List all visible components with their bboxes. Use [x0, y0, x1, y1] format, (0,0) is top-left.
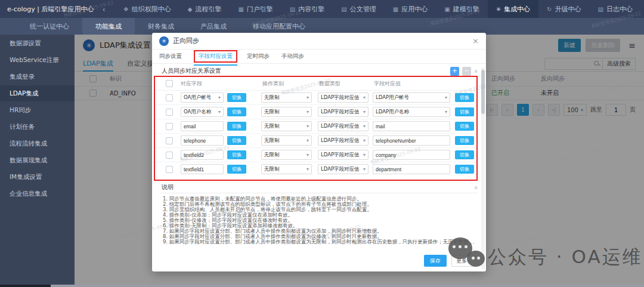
sidebar-item-enterprise-info[interactable]: 企业信息集成: [0, 186, 75, 202]
row-checkbox[interactable]: [166, 152, 173, 159]
dialog-title: 正向同步: [173, 36, 199, 45]
operation-select[interactable]: 无限制: [261, 164, 312, 174]
nav-item-system[interactable]: ▤系统›: [641, 0, 644, 18]
operation-select[interactable]: 无限制: [261, 107, 312, 117]
notes-title: 说明: [162, 183, 174, 192]
sidebar-item-webservice[interactable]: WebService注册: [0, 52, 75, 68]
sidebar-item-workflow-integration[interactable]: 流程流转集成: [0, 135, 75, 152]
operation-select[interactable]: 无限制: [261, 135, 312, 146]
value-input[interactable]: [373, 150, 450, 160]
switch-button[interactable]: 切换: [455, 136, 474, 145]
row-checkbox[interactable]: [166, 109, 173, 116]
switch-button[interactable]: 切换: [227, 165, 246, 174]
more-button[interactable]: 更多: [451, 255, 476, 267]
collapse-chevron-icon[interactable]: [472, 69, 479, 73]
flow-icon: ◆: [188, 6, 193, 13]
mapping-row: 切换 无限制 LDAP字段对应值 切换: [155, 162, 476, 176]
shield-icon: ❖: [123, 6, 129, 13]
switch-button[interactable]: 切换: [455, 93, 474, 102]
sidebar-item-datasource[interactable]: 数据源设置: [0, 35, 75, 51]
data-type-select[interactable]: LDAP字段对应值: [318, 92, 369, 103]
field-select[interactable]: OA用户帐号: [181, 92, 224, 103]
switch-button[interactable]: 切换: [455, 107, 474, 116]
log-icon: ▤: [597, 6, 603, 13]
save-button[interactable]: 保存: [424, 255, 447, 267]
nav-item-upgrade[interactable]: ↻升级中心: [538, 0, 589, 18]
switch-button[interactable]: 切换: [227, 150, 246, 159]
switch-button[interactable]: 切换: [227, 136, 246, 145]
select-all-checkbox[interactable]: [166, 80, 173, 87]
switch-button[interactable]: 切换: [227, 122, 246, 131]
brand-title: e-cology | 后端引擎应用中心: [7, 5, 94, 14]
field-input[interactable]: [181, 135, 224, 146]
remove-row-button[interactable]: −: [462, 67, 471, 76]
close-icon[interactable]: [472, 37, 479, 45]
value-input[interactable]: [373, 121, 450, 131]
dialog-tab-manual-sync[interactable]: 手动同步: [281, 53, 304, 60]
switch-button[interactable]: 切换: [455, 122, 474, 131]
field-input[interactable]: [181, 164, 224, 174]
switch-button[interactable]: 切换: [455, 150, 474, 159]
switch-button[interactable]: 切换: [227, 107, 246, 116]
subnav-item-product-integration[interactable]: 产品集成: [187, 18, 240, 35]
add-row-button[interactable]: +: [450, 67, 459, 76]
nav-item-org-permission[interactable]: ❖组织权限中心: [115, 0, 179, 18]
value-input[interactable]: [373, 135, 450, 146]
sidebar-item-data-display[interactable]: 数据展现集成: [0, 152, 75, 168]
note-line: 8. 如果同步字段对应设置分部、部门或者人员中操作类别都设置为仅修改，则同步时只…: [163, 234, 474, 239]
sidebar-item-scheduled-tasks[interactable]: 计划任务: [0, 119, 75, 135]
dialog-tab-sync-settings[interactable]: 同步设置: [159, 53, 182, 60]
data-type-select[interactable]: LDAP字段对应值: [318, 135, 369, 146]
operation-select[interactable]: 无限制: [261, 92, 312, 103]
subnav-item-unified-auth[interactable]: 统一认证中心: [17, 18, 82, 35]
field-input[interactable]: [181, 121, 224, 131]
value-select[interactable]: LDAP用户名称: [373, 107, 450, 117]
collapse-chevron-icon[interactable]: [472, 186, 479, 189]
mapping-row: OA用户名称 切换 无限制 LDAP字段对应值 LDAP用户名称 切换: [155, 104, 476, 119]
horizontal-scrollbar[interactable]: [0, 285, 644, 287]
data-type-select[interactable]: LDAP字段对应值: [318, 164, 369, 174]
sidebar-item-hr-sync[interactable]: HR同步: [0, 102, 75, 118]
subnav-item-mobile-config[interactable]: 移动应用配置中心: [240, 18, 318, 35]
data-type-select[interactable]: LDAP字段对应值: [318, 121, 369, 131]
document-icon: ▤: [290, 6, 295, 13]
note-line: 3. 同步至组织结构、人员都未开启的节点，将停止该节点的同步，跳转至下一同步节点…: [163, 207, 474, 212]
subnav-item-finance-integration[interactable]: 财务集成: [135, 18, 187, 35]
column-field: 对应字段: [181, 80, 247, 88]
sidebar-item-sso-login[interactable]: 集成登录: [0, 69, 75, 85]
back-chevron-icon[interactable]: ‹: [103, 5, 106, 14]
field-input[interactable]: [181, 150, 224, 160]
row-checkbox[interactable]: [166, 94, 173, 101]
sidebar-item-ldap[interactable]: LDAP集成: [0, 85, 75, 101]
mapping-row: 切换 无限制 LDAP字段对应值 切换: [155, 133, 476, 147]
field-select[interactable]: OA用户名称: [181, 107, 224, 117]
dialog-tab-scheduled-sync[interactable]: 定时同步: [247, 53, 270, 60]
data-type-select[interactable]: LDAP字段对应值: [318, 107, 369, 117]
subnav-item-function-integration[interactable]: 功能集成: [82, 18, 135, 35]
value-select[interactable]: LDAP用户帐号: [373, 92, 450, 103]
dialog-tab-field-mapping[interactable]: 字段对应设置: [194, 50, 237, 63]
nav-item-content[interactable]: ▤内容引擎: [281, 0, 333, 18]
row-checkbox[interactable]: [166, 166, 173, 173]
row-checkbox[interactable]: [166, 137, 173, 144]
nav-item-integration-center[interactable]: ✳集成中心: [488, 0, 538, 18]
sidebar-item-im-settings[interactable]: IM集成设置: [0, 169, 75, 185]
operation-select[interactable]: 无限制: [261, 150, 312, 160]
nav-item-app-center[interactable]: ▦应用中心: [385, 0, 436, 18]
dialog-scrollbar[interactable]: [481, 67, 485, 269]
data-type-select[interactable]: LDAP字段对应值: [318, 150, 369, 160]
nav-item-log[interactable]: ▤日志中心: [589, 0, 640, 18]
upgrade-icon: ↻: [547, 6, 552, 13]
row-checkbox[interactable]: [166, 123, 173, 130]
switch-button[interactable]: 切换: [455, 165, 474, 174]
field-mapping-table: 对应字段 操作类别 数据类型 字段对应值 OA用户帐号 切换 无限制 LDAP字…: [154, 76, 478, 181]
switch-button[interactable]: 切换: [227, 93, 246, 102]
operation-select[interactable]: 无限制: [261, 121, 312, 131]
divider: [160, 193, 478, 193]
scrollbar-thumb[interactable]: [481, 70, 485, 114]
nav-item-modeling[interactable]: ▣建模引擎: [436, 0, 487, 18]
nav-item-workflow[interactable]: ◆流程引擎: [179, 0, 230, 18]
nav-item-official-doc[interactable]: ▤公文管理: [333, 0, 384, 18]
nav-item-portal[interactable]: ▦门户引擎: [230, 0, 281, 18]
value-input[interactable]: [373, 164, 450, 174]
